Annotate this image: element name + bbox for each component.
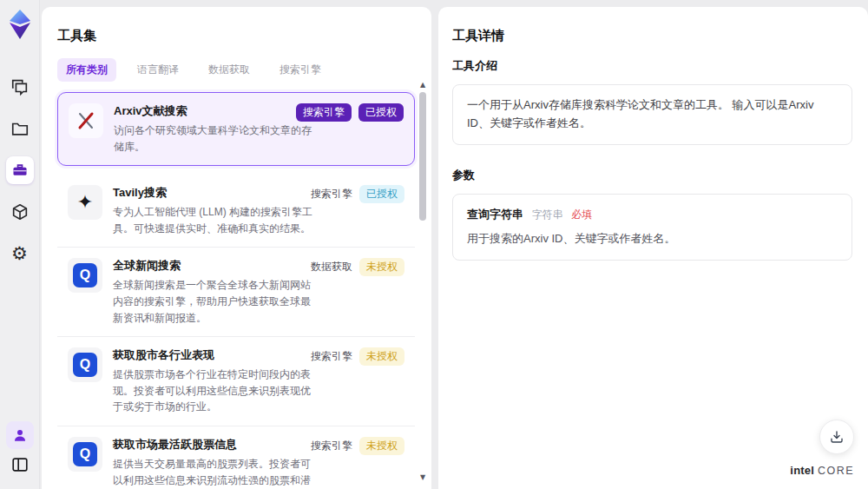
tool-card[interactable]: ✦Tavily搜索专为人工智能代理 (LLM) 构建的搜索引擎工具。可快速提供实… — [57, 175, 415, 248]
tool-desc: 全球新闻搜索是一个聚合全球各大新闻网站内容的搜索引擎，帮助用户快速获取全球最新资… — [113, 277, 312, 326]
tavily-icon: ✦ — [68, 185, 102, 220]
tool-desc: 专为人工智能代理 (LLM) 构建的搜索引擎工具。可快速提供实时、准确和真实的结… — [113, 204, 312, 236]
gear-icon: ⚙ — [11, 245, 28, 263]
tool-detail-panel: 工具详情 工具介绍 一个用于从Arxiv存储库搜索科学论文和文章的工具。 输入可… — [438, 7, 868, 489]
search-blue-icon: Q — [68, 347, 102, 382]
tool-name: Tavily搜索 — [113, 185, 312, 201]
category-tabs: 所有类别语言翻译数据获取搜索引擎 — [57, 58, 418, 82]
intro-text: 一个用于从Arxiv存储库搜索科学论文和文章的工具。 输入可以是Arxiv ID… — [467, 98, 813, 129]
sidebar-item-models[interactable] — [6, 198, 34, 226]
page-title: 工具集 — [57, 28, 418, 44]
panel-layout-icon — [10, 455, 30, 474]
tool-text: Tavily搜索专为人工智能代理 (LLM) 构建的搜索引擎工具。可快速提供实时… — [113, 185, 312, 236]
brand-sub: CORE — [818, 465, 854, 477]
auth-badge: 已授权 — [358, 103, 404, 122]
tool-name: Arxiv文献搜索 — [114, 103, 312, 119]
category-badge: 搜索引擎 — [296, 103, 352, 122]
param-required-badge: 必填 — [571, 208, 592, 221]
scrollbar-thumb[interactable] — [419, 92, 426, 221]
param-type: 字符串 — [532, 208, 563, 221]
folder-icon — [10, 119, 30, 138]
tool-card[interactable]: Arxiv文献搜索访问各个研究领域大量科学论文和文章的存储库。搜索引擎已授权 — [57, 92, 415, 166]
tool-card[interactable]: Q获取股市各行业表现提供股票市场各个行业在特定时间段内的表现。投资者可以利用这些… — [57, 337, 415, 426]
app-logo-icon — [5, 9, 35, 40]
sidebar-item-settings[interactable]: ⚙ — [6, 240, 34, 268]
tool-badges: 搜索引擎未授权 — [311, 437, 404, 455]
category-badge: 搜索引擎 — [311, 349, 352, 364]
cube-icon — [10, 202, 30, 221]
intro-heading: 工具介绍 — [452, 58, 852, 74]
tool-list-panel: 工具集 所有类别语言翻译数据获取搜索引擎 Arxiv文献搜索访问各个研究领域大量… — [42, 7, 431, 489]
tool-desc: 访问各个研究领域大量科学论文和文章的存储库。 — [114, 122, 312, 155]
download-icon — [829, 429, 845, 445]
tool-name: 获取股市各行业表现 — [113, 347, 312, 363]
tool-text: 获取股市各行业表现提供股票市场各个行业在特定时间段内的表现。投资者可以利用这些信… — [113, 347, 312, 415]
tool-badges: 数据获取未授权 — [311, 258, 404, 276]
sidebar-item-collapse[interactable] — [6, 451, 34, 479]
download-button[interactable] — [819, 420, 854, 454]
auth-badge: 未授权 — [359, 437, 404, 455]
tab-category-2[interactable]: 数据获取 — [200, 58, 259, 82]
auth-badge: 已授权 — [359, 185, 404, 203]
tab-category-1[interactable]: 语言翻译 — [128, 58, 187, 82]
auth-badge: 未授权 — [359, 258, 404, 276]
category-badge: 搜索引擎 — [311, 439, 352, 453]
tool-text: 获取市场最活跃股票信息提供当天交易量最高的股票列表。投资者可以利用这些信息来识别… — [113, 437, 312, 489]
tool-badges: 搜索引擎已授权 — [296, 103, 404, 122]
tool-name: 获取市场最活跃股票信息 — [113, 437, 312, 453]
tool-badges: 搜索引擎已授权 — [311, 185, 404, 203]
user-icon — [12, 427, 28, 443]
scrollbar-track[interactable] — [418, 89, 427, 474]
scroll-down-icon[interactable]: ▼ — [420, 474, 425, 481]
chat-icon — [10, 77, 30, 96]
param-header: 查询字符串 字符串 必填 — [467, 206, 838, 224]
tool-card[interactable]: Q获取市场最活跃股票信息提供当天交易量最高的股票列表。投资者可以利用这些信息来识… — [57, 426, 415, 489]
detail-title: 工具详情 — [452, 28, 852, 44]
param-name: 查询字符串 — [467, 208, 523, 221]
auth-badge: 未授权 — [359, 347, 404, 366]
tool-list-scrollbar[interactable]: ▲ ▼ — [418, 82, 428, 481]
brand-name: intel — [790, 464, 814, 477]
category-badge: 数据获取 — [311, 260, 352, 274]
params-heading: 参数 — [452, 168, 852, 183]
search-blue-icon: Q — [68, 258, 102, 293]
tool-desc: 提供当天交易量最高的股票列表。投资者可以利用这些信息来识别流动性强的股票和潜在的… — [113, 456, 312, 489]
toolbox-icon — [11, 162, 29, 179]
tool-badges: 搜索引擎未授权 — [311, 347, 404, 366]
brand-logo: intel CORE — [790, 464, 854, 477]
sidebar-item-tools[interactable] — [6, 156, 34, 184]
intro-box: 一个用于从Arxiv存储库搜索科学论文和文章的工具。 输入可以是Arxiv ID… — [452, 84, 852, 145]
param-box: 查询字符串 字符串 必填 用于搜索的Arxiv ID、关键字或作者姓名。 — [452, 194, 852, 261]
tool-card[interactable]: Q全球新闻搜索全球新闻搜索是一个聚合全球各大新闻网站内容的搜索引擎，帮助用户快速… — [57, 248, 415, 337]
tool-text: 全球新闻搜索全球新闻搜索是一个聚合全球各大新闻网站内容的搜索引擎，帮助用户快速获… — [113, 258, 312, 326]
tool-name: 全球新闻搜索 — [113, 258, 312, 274]
tool-list: Arxiv文献搜索访问各个研究领域大量科学论文和文章的存储库。搜索引擎已授权✦T… — [57, 92, 415, 489]
tab-category-0[interactable]: 所有类别 — [57, 58, 116, 82]
tool-text: Arxiv文献搜索访问各个研究领域大量科学论文和文章的存储库。 — [114, 103, 312, 155]
arxiv-icon — [69, 103, 103, 138]
sidebar-item-chat[interactable] — [6, 73, 34, 101]
app-rail: ⚙ — [0, 0, 40, 489]
category-badge: 搜索引擎 — [311, 187, 352, 202]
tab-category-3[interactable]: 搜索引擎 — [271, 58, 330, 82]
param-desc: 用于搜索的Arxiv ID、关键字或作者姓名。 — [467, 230, 838, 248]
search-blue-icon: Q — [68, 437, 102, 472]
sidebar-item-files[interactable] — [6, 115, 34, 142]
sidebar-item-account[interactable] — [6, 421, 34, 449]
tool-desc: 提供股票市场各个行业在特定时间段内的表现。投资者可以利用这些信息来识别表现优于或… — [113, 367, 312, 415]
scroll-up-icon[interactable]: ▲ — [420, 82, 425, 89]
